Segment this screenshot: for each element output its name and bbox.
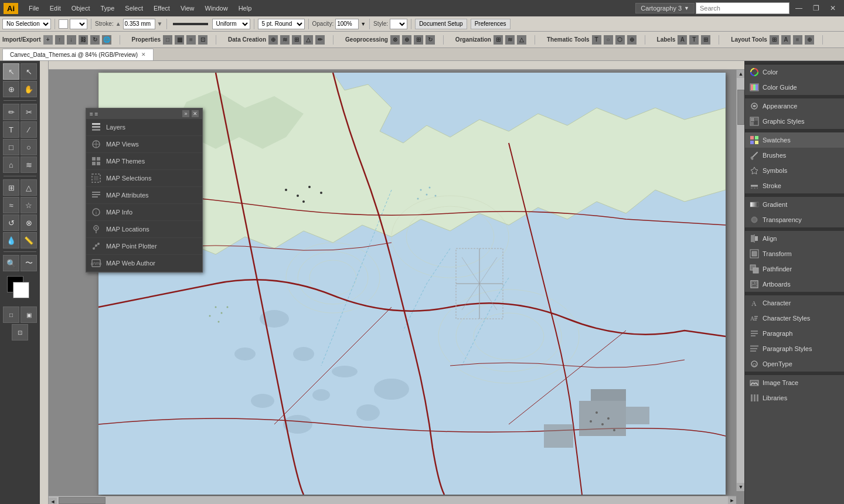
artboard-nav-button[interactable]: ⊡ — [12, 324, 28, 340]
org1-icon[interactable]: ⊞ — [494, 35, 503, 45]
scroll-thumb-v[interactable] — [737, 90, 744, 125]
menu-window[interactable]: Window — [200, 4, 233, 13]
refresh-icon[interactable]: ↻ — [90, 35, 100, 45]
zoom-tool-button[interactable]: 🔍 — [3, 255, 19, 271]
lt3-icon[interactable]: ≡ — [793, 35, 802, 45]
ellipse-tool-button[interactable]: ○ — [21, 139, 37, 155]
menu-select[interactable]: Select — [120, 4, 148, 13]
export-icon[interactable]: ↑ — [55, 35, 64, 45]
geo1-icon[interactable]: ⊗ — [390, 35, 400, 45]
horizontal-scrollbar[interactable]: ◄ ► — [49, 496, 736, 504]
restore-button[interactable]: ❐ — [808, 3, 824, 13]
rp-artboards-item[interactable]: Artboards — [745, 277, 844, 292]
tt1-icon[interactable]: T — [592, 35, 601, 45]
document-setup-button[interactable]: Document Setup — [415, 19, 467, 29]
rp-pathfinder-item[interactable]: Pathfinder — [745, 261, 844, 277]
map-attributes-item[interactable]: MAP Attributes — [86, 187, 202, 204]
rp-graphic-styles-item[interactable]: Graphic Styles — [745, 114, 844, 129]
style-dropdown[interactable] — [390, 19, 407, 29]
rp-image-trace-item[interactable]: Image Trace — [745, 375, 844, 390]
prop2-icon[interactable]: ▦ — [175, 35, 184, 45]
dc1-icon[interactable]: ⊕ — [268, 35, 278, 45]
org2-icon[interactable]: ≋ — [505, 35, 515, 45]
prop1-icon[interactable]: □ — [163, 35, 172, 45]
search-input[interactable] — [696, 2, 789, 14]
tt3-icon[interactable]: ⬡ — [615, 35, 625, 45]
menu-edit[interactable]: Edit — [45, 4, 66, 13]
map-themes-item[interactable]: MAP Themes — [86, 153, 202, 170]
eyedropper-button[interactable]: 💧 — [3, 232, 19, 248]
rp-character-item[interactable]: A Character — [745, 295, 844, 311]
open-icon[interactable]: ↓ — [67, 35, 76, 45]
lt4-icon[interactable]: ⊕ — [805, 35, 814, 45]
map-locations-item[interactable]: MAP Locations — [86, 221, 202, 238]
selection-dropdown[interactable]: No Selection — [2, 19, 51, 29]
lbl2-icon[interactable]: T — [689, 35, 699, 45]
lt1-icon[interactable]: ⊞ — [770, 35, 779, 45]
rp-stroke-item[interactable]: Stroke — [745, 178, 844, 193]
workspace-selector[interactable]: Cartography 3 ▼ — [635, 3, 695, 13]
opacity-dropdown-icon[interactable]: ▼ — [360, 21, 366, 27]
normal-view-button[interactable]: □ — [3, 307, 19, 323]
scroll-down-button[interactable]: ▼ — [737, 483, 744, 491]
canvas-area[interactable]: ≡ ≡ » ✕ Layers MAP V — [40, 61, 744, 504]
geo2-icon[interactable]: ⊕ — [402, 35, 411, 45]
scroll-right-button[interactable]: ► — [728, 496, 736, 504]
import-icon[interactable]: + — [43, 35, 53, 45]
geo3-icon[interactable]: ⊞ — [414, 35, 423, 45]
prop4-icon[interactable]: ⊡ — [198, 35, 207, 45]
map-selections-item[interactable]: MAP Selections — [86, 170, 202, 187]
shape-builder-button[interactable]: ☆ — [21, 197, 37, 213]
web-icon[interactable]: 🌐 — [102, 35, 111, 45]
rp-gradient-item[interactable]: Gradient — [745, 197, 844, 212]
menu-view[interactable]: View — [176, 4, 199, 13]
rp-paragraph-styles-item[interactable]: Paragraph Styles — [745, 341, 844, 356]
stroke-down-icon[interactable]: ▼ — [157, 21, 163, 27]
rp-transform-item[interactable]: Transform — [745, 246, 844, 261]
dc5-icon[interactable]: ✏ — [315, 35, 325, 45]
scroll-thumb-h[interactable] — [59, 497, 106, 504]
menu-object[interactable]: Object — [67, 4, 95, 13]
rect-tool-button[interactable]: □ — [3, 139, 19, 155]
prop3-icon[interactable]: ≡ — [186, 35, 196, 45]
cap-type-dropdown[interactable]: 5 pt. Round — [258, 19, 305, 29]
menu-type[interactable]: Type — [96, 4, 120, 13]
minimize-button[interactable]: — — [791, 3, 807, 13]
close-button[interactable]: ✕ — [825, 3, 840, 13]
warp-tool-button[interactable]: ≈ — [3, 197, 19, 213]
dc3-icon[interactable]: ⊞ — [292, 35, 301, 45]
rp-opentype-item[interactable]: O OpenType — [745, 356, 844, 372]
hand-tool-button[interactable]: ✋ — [21, 81, 37, 97]
menu-help[interactable]: Help — [234, 4, 257, 13]
rp-align-item[interactable]: Align — [745, 231, 844, 246]
lbl3-icon[interactable]: ⊞ — [701, 35, 710, 45]
lt2-icon[interactable]: A — [781, 35, 791, 45]
map-point-plotter-item[interactable]: MAP Point Plotter — [86, 238, 202, 255]
type-tool-button[interactable]: T — [3, 121, 19, 138]
menu-effect[interactable]: Effect — [149, 4, 175, 13]
perspective-button[interactable]: △ — [21, 179, 37, 196]
fill-dropdown[interactable] — [70, 19, 87, 29]
brush-tool-button[interactable]: ⌂ — [3, 156, 19, 173]
float-panel-header[interactable]: ≡ ≡ » ✕ — [86, 108, 202, 119]
rp-appearance-item[interactable]: Appearance — [745, 98, 844, 114]
scissors-tool-button[interactable]: ✂ — [21, 104, 37, 120]
map-views-item[interactable]: MAP Views — [86, 136, 202, 153]
stroke-type-dropdown[interactable]: Uniform — [212, 19, 250, 29]
reflect-tool-button[interactable]: ⊗ — [21, 214, 37, 231]
stroke-value-input[interactable] — [123, 19, 155, 29]
rp-paragraph-item[interactable]: Paragraph — [745, 326, 844, 341]
opacity-input[interactable] — [335, 19, 359, 29]
fill-swatch[interactable] — [59, 19, 68, 29]
geo4-icon[interactable]: ↻ — [426, 35, 435, 45]
pen-tool-button[interactable]: ✏ — [3, 104, 19, 120]
rp-symbols-item[interactable]: Symbols — [745, 163, 844, 178]
rp-character-styles-item[interactable]: A Character Styles — [745, 311, 844, 326]
preferences-button[interactable]: Preferences — [471, 19, 511, 29]
panel-close-button[interactable]: ✕ — [192, 110, 199, 117]
line-tool-button[interactable]: ∕ — [21, 121, 37, 138]
direct-select-tool-button[interactable]: ↖ — [21, 63, 37, 80]
tt2-icon[interactable]: ○ — [604, 35, 613, 45]
rotate-tool-button[interactable]: ↺ — [3, 214, 19, 231]
map-info-item[interactable]: i MAP Info — [86, 204, 202, 221]
